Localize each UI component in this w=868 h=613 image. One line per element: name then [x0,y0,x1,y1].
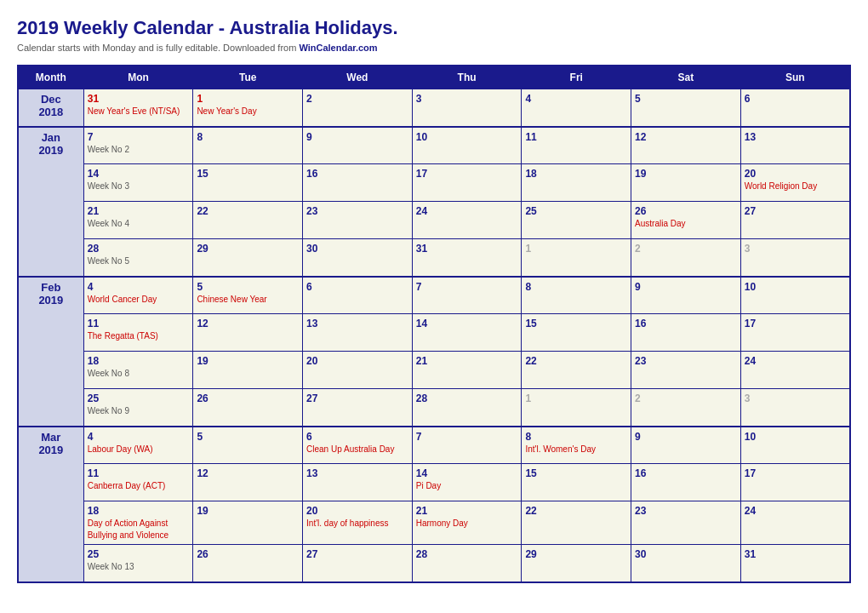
table-row: 18Week No 8192021222324 [18,352,850,389]
day-cell: 28Week No 5 [83,239,193,277]
day-number: 14 [416,467,427,479]
day-event: Int'l. day of happiness [306,518,388,528]
day-cell: 6 [740,89,850,127]
day-cell: 30 [631,545,741,582]
day-cell: 3 [740,239,850,277]
day-cell: 7 [412,277,522,314]
day-cell: 22 [193,202,303,239]
table-row: 18Day of Action Against Bullying and Vio… [18,501,850,545]
day-cell: 9 [303,127,413,164]
day-cell: 8 [522,277,631,314]
day-cell: 19 [193,352,303,389]
day-cell: 23 [631,501,741,545]
day-cell: 13 [303,314,413,352]
day-cell: 6 [303,277,413,314]
day-number: 19 [197,505,208,517]
table-row: 11Canberra Day (ACT)121314Pi Day151617 [18,464,850,501]
day-number: 26 [197,392,208,404]
day-number: 26 [635,205,646,217]
day-number: 22 [525,505,536,517]
day-number: 31 [416,243,427,255]
wincalendar-link[interactable]: WinCalendar.com [299,43,377,53]
header-mon: Mon [83,66,193,89]
day-cell: 18 [522,164,631,202]
day-cell: 22 [522,352,631,389]
page-title: 2019 Weekly Calendar - Australia Holiday… [17,17,851,39]
day-number: 1 [525,392,531,404]
day-number: 9 [306,131,312,143]
day-cell: 17 [740,464,850,501]
day-cell: 11The Regatta (TAS) [83,314,193,352]
day-number: 5 [635,93,641,105]
day-number: 13 [306,318,317,329]
day-cell: 15 [193,164,303,202]
day-number: 4 [88,281,94,293]
day-cell: 12 [631,127,741,164]
day-cell: 22 [522,501,631,545]
day-cell: 10 [740,277,850,314]
header-thu: Thu [412,66,522,89]
day-cell: 31 [412,239,522,277]
day-number: 16 [635,467,646,479]
day-cell: 27 [303,389,413,427]
day-cell: 15 [522,464,631,501]
header-tue: Tue [193,66,303,89]
day-number: 7 [416,281,422,293]
day-event: Week No 9 [88,406,129,415]
day-cell: 4 [522,89,631,127]
day-number: 3 [745,392,751,404]
day-number: 8 [197,131,203,143]
day-number: 7 [416,431,422,443]
day-cell: 25Week No 9 [83,389,193,427]
table-row: 21Week No 42223242526Australia Day27 [18,202,850,239]
day-cell: 26 [193,389,303,427]
day-number: 8 [525,431,531,443]
day-event: Australia Day [635,219,685,228]
day-number: 9 [635,431,641,443]
day-cell: 29 [522,545,631,582]
day-cell: 29 [193,239,303,277]
day-number: 4 [525,93,531,105]
day-number: 2 [635,392,641,404]
day-cell: 19 [631,164,741,202]
day-event: Pi Day [416,481,441,490]
day-cell: 3 [412,89,522,127]
day-cell: 7Week No 2 [83,127,193,164]
day-cell: 10 [740,427,850,464]
day-event: Labour Day (WA) [88,444,153,454]
day-event: Week No 2 [88,145,129,154]
day-cell: 11 [522,127,631,164]
day-number: 15 [525,318,536,329]
day-number: 29 [197,243,208,255]
day-cell: 14Pi Day [412,464,522,501]
day-cell: 21Week No 4 [83,202,193,239]
day-number: 16 [306,168,317,180]
day-number: 11 [525,131,536,143]
day-cell: 21Harmony Day [412,501,522,545]
day-cell: 1 [522,389,631,427]
day-cell: 28 [412,389,522,427]
day-number: 29 [525,548,536,560]
day-number: 10 [416,131,427,143]
table-row: 25Week No 9262728123 [18,389,850,427]
day-cell: 2 [631,389,741,427]
day-number: 28 [416,548,427,560]
day-event: Chinese New Year [197,295,266,304]
day-cell: 28 [412,545,522,582]
day-cell: 24 [740,352,850,389]
day-number: 12 [635,131,646,143]
day-cell: 5Chinese New Year [193,277,303,314]
day-cell: 20 [303,352,413,389]
day-event: Clean Up Australia Day [306,444,394,454]
day-cell: 16 [631,314,741,352]
day-cell: 13 [303,464,413,501]
day-number: 18 [88,355,99,367]
day-cell: 5 [631,89,741,127]
day-cell: 1 [522,239,631,277]
day-number: 23 [306,205,317,217]
day-cell: 20World Religion Day [740,164,850,202]
day-number: 27 [306,392,317,404]
day-cell: 12 [193,464,303,501]
day-cell: 18Week No 8 [83,352,193,389]
day-cell: 21 [412,352,522,389]
